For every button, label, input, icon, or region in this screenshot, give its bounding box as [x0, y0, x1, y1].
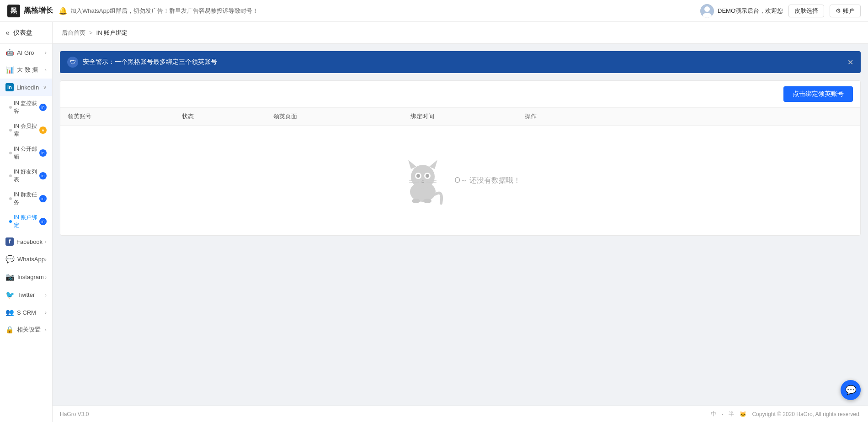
- col-status: 状态: [182, 112, 273, 121]
- lang-zh[interactable]: 中: [711, 410, 716, 418]
- chevron-right-icon-7: ›: [45, 310, 47, 315]
- big-data-icon: 📊: [5, 66, 14, 74]
- sidebar-sub-in-account[interactable]: IN 账户绑定 in: [0, 210, 52, 233]
- notice-text: 加入WhatsApp组群后，切勿发广告！群里发广告容易被投诉导致封号！: [70, 7, 258, 15]
- notice-icon: 🔔: [59, 6, 68, 15]
- sidebar-label-linkedin: LinkedIn: [16, 84, 39, 91]
- breadcrumb-separator: >: [89, 29, 93, 36]
- sidebar-label-instagram: Instagram: [17, 274, 44, 280]
- in-badge-6: in: [39, 218, 47, 225]
- logo-area: 黑 黑格增长: [7, 5, 53, 17]
- sidebar-item-facebook[interactable]: f Facebook ›: [0, 233, 52, 250]
- logo-text: 黑格增长: [24, 6, 53, 16]
- copyright-text: Copyright © 2020 HaGro, All rights reser…: [752, 411, 861, 417]
- sidebar-item-instagram[interactable]: 📷 Instagram ›: [0, 268, 52, 286]
- svg-marker-5: [408, 160, 416, 169]
- chevron-left-icon: «: [5, 29, 10, 37]
- alert-text: 安全警示：一个黑格账号最多绑定三个领英账号: [83, 58, 217, 66]
- header-right: DEMO演示后台，欢迎您 皮肤选择 ⚙ 账户: [700, 4, 861, 18]
- table-empty: O～ 还没有数据哦！: [60, 126, 860, 235]
- table-header: 领英账号 状态 领英页面 绑定时间 操作: [60, 108, 860, 126]
- sidebar-label-whatsapp: WhatsApp: [17, 256, 45, 263]
- col-bind-time: 绑定时间: [410, 112, 525, 121]
- chevron-right-icon-2: ›: [45, 67, 47, 73]
- sidebar-sub-in-friends[interactable]: IN 好友列表 in: [0, 164, 52, 187]
- col-actions: 操作: [525, 112, 853, 121]
- svg-point-10: [426, 174, 429, 178]
- sidebar-label-facebook: Facebook: [16, 238, 43, 245]
- chevron-right-icon-3: ›: [45, 239, 47, 244]
- sidebar-sub-in-member[interactable]: IN 会员搜索 ★: [0, 119, 52, 142]
- account-icon: ⚙: [836, 7, 841, 14]
- shield-icon: 🛡: [67, 57, 78, 68]
- sub-label-in-task: IN 群发任务: [14, 191, 39, 206]
- sidebar-sub-in-monitor[interactable]: IN 监控获客 in: [0, 96, 52, 119]
- sidebar-header[interactable]: « 仪表盘: [0, 22, 52, 44]
- content-inner: 🛡 安全警示：一个黑格账号最多绑定三个领英账号 ✕ 点击绑定领英账号 领英账号 …: [53, 44, 868, 406]
- sidebar-item-big-data[interactable]: 📊 大 数 据 ›: [0, 61, 52, 79]
- chevron-right-icon-5: ›: [45, 274, 47, 280]
- sub-label-in-monitor: IN 监控获客: [14, 100, 39, 115]
- svg-point-8: [416, 174, 420, 178]
- lang-icon: 🐱: [740, 411, 746, 417]
- skin-button[interactable]: 皮肤选择: [788, 5, 824, 17]
- version-text: HaGro V3.0: [60, 411, 89, 417]
- dot-icon-3: [9, 152, 12, 154]
- sidebar-item-twitter[interactable]: 🐦 Twitter ›: [0, 286, 52, 304]
- alert-close-button[interactable]: ✕: [847, 58, 853, 67]
- in-badge-4: in: [39, 172, 47, 179]
- bottom-bar: HaGro V3.0 中 · 半 🐱 Copyright © 2020 HaGr…: [53, 406, 868, 422]
- user-area: DEMO演示后台，欢迎您: [700, 4, 783, 18]
- svg-point-4: [411, 165, 435, 189]
- linkedin-icon: in: [5, 83, 14, 91]
- scrm-icon: 👥: [5, 308, 14, 316]
- user-text: DEMO演示后台，欢迎您: [718, 7, 783, 15]
- chevron-right-icon-8: ›: [45, 327, 47, 332]
- float-chat-button[interactable]: 💬: [841, 380, 861, 400]
- sidebar-item-settings[interactable]: 🔒 相关设置 ›: [0, 321, 52, 338]
- sidebar-item-linkedin[interactable]: in LinkedIn ∨: [0, 79, 52, 96]
- account-label: 账户: [843, 7, 855, 15]
- chevron-down-icon: ∨: [43, 84, 47, 90]
- dot-icon: [9, 106, 12, 109]
- sidebar: « 仪表盘 🤖 AI Gro › 📊 大 数 据 › in LinkedIn: [0, 22, 53, 422]
- in-badge-2: ★: [39, 127, 47, 134]
- notice-area: 🔔 加入WhatsApp组群后，切勿发广告！群里发广告容易被投诉导致封号！: [59, 6, 258, 15]
- sidebar-sub-in-task[interactable]: IN 群发任务 in: [0, 187, 52, 210]
- top-header: 黑 黑格增长 🔔 加入WhatsApp组群后，切勿发广告！群里发广告容易被投诉导…: [0, 0, 868, 22]
- sidebar-label-ai-gro: AI Gro: [17, 49, 34, 56]
- sidebar-sub-in-email[interactable]: IN 公开邮箱 in: [0, 142, 52, 164]
- sidebar-item-ai-gro[interactable]: 🤖 AI Gro ›: [0, 44, 52, 61]
- sub-label-in-email: IN 公开邮箱: [14, 145, 39, 161]
- sidebar-label-big-data: 大 数 据: [17, 66, 38, 74]
- in-badge-5: in: [39, 195, 47, 202]
- header-left: 黑 黑格增长 🔔 加入WhatsApp组群后，切勿发广告！群里发广告容易被投诉导…: [7, 5, 258, 17]
- dot-icon-4: [9, 174, 12, 177]
- svg-point-1: [704, 6, 710, 12]
- in-badge-1: in: [39, 104, 47, 111]
- ai-gro-icon: 🤖: [5, 48, 14, 57]
- chat-icon: 💬: [845, 385, 857, 396]
- content-area: 后台首页 > IN 账户绑定 🛡 安全警示：一个黑格账号最多绑定三个领英账号 ✕…: [53, 22, 868, 422]
- sidebar-label-twitter: Twitter: [17, 291, 35, 298]
- sub-label-in-friends: IN 好友列表: [14, 168, 39, 184]
- sidebar-label-settings: 相关设置: [17, 326, 41, 334]
- dot-icon-6: [9, 220, 12, 223]
- lang-dot: ·: [722, 411, 723, 417]
- account-button[interactable]: ⚙ 账户: [830, 5, 861, 17]
- bind-account-button[interactable]: 点击绑定领英账号: [783, 86, 853, 102]
- chevron-right-icon-6: ›: [45, 292, 47, 298]
- empty-text: O～ 还没有数据哦！: [455, 176, 521, 185]
- sidebar-item-scrm[interactable]: 👥 S CRM ›: [0, 304, 52, 321]
- chevron-right-icon: ›: [45, 50, 47, 55]
- lang-half[interactable]: 半: [729, 410, 734, 418]
- breadcrumb-home[interactable]: 后台首页: [62, 29, 85, 37]
- sidebar-item-whatsapp[interactable]: 💬 WhatsApp ›: [0, 250, 52, 268]
- svg-marker-6: [429, 160, 437, 169]
- logo-icon: 黑: [7, 5, 20, 17]
- svg-point-17: [423, 199, 431, 203]
- main-layout: « 仪表盘 🤖 AI Gro › 📊 大 数 据 › in LinkedIn: [0, 22, 868, 422]
- chevron-right-icon-4: ›: [45, 257, 47, 262]
- whatsapp-icon: 💬: [5, 255, 15, 264]
- breadcrumb: 后台首页 > IN 账户绑定: [53, 22, 868, 44]
